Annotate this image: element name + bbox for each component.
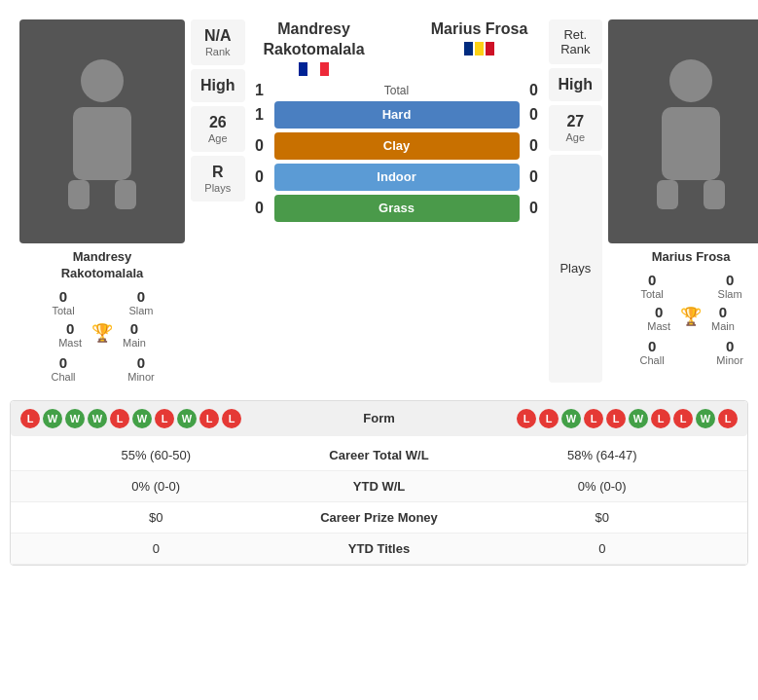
flag-white [309,62,318,76]
left-player-photo [19,19,185,243]
right-slam-label: Slam [718,288,742,300]
left-minor-value: 0 [137,354,145,371]
left-mast-label: Mast [58,337,82,349]
left-stats-grid: 0 Total 0 Slam [19,288,185,316]
right-slam-cell: 0 Slam [696,272,758,300]
form-badge-l: L [517,409,536,428]
form-badge-l: L [155,409,174,428]
hard-right-score: 0 [525,106,543,124]
svg-point-4 [669,59,712,102]
clay-button[interactable]: Clay [274,132,520,160]
grass-button[interactable]: Grass [274,195,520,222]
left-main-cell: 0 Main [123,320,146,349]
left-player-column: Mandresy Rakotomalala 0 Total 0 Slam 0 M… [19,19,185,383]
left-high-box: High [191,69,245,102]
stats-row-2: $0 Career Prize Money $0 [11,502,747,534]
indoor-button[interactable]: Indoor [274,164,520,191]
form-badge-l: L [539,409,559,428]
names-flags-row: Mandresy Rakotomalala Marius Frosa [251,19,543,76]
stats-right-3: 0 [467,541,739,556]
left-mast-value: 0 [66,320,74,337]
top-section: Mandresy Rakotomalala 0 Total 0 Slam 0 M… [10,10,748,392]
svg-rect-5 [662,107,720,180]
total-score-line: 1 Total 0 [251,82,543,99]
right-stats-grid: 0 Total 0 Slam [608,272,758,300]
right-rank-label: Rank [559,42,594,56]
left-total-cell: 0 Total [29,288,97,316]
right-bottom-stats: 0 Chall 0 Minor [608,338,758,366]
right-mast-label: Mast [647,320,670,332]
indoor-right-score: 0 [525,168,543,186]
right-minor-value: 0 [726,338,734,354]
form-badge-l: L [199,409,219,428]
stats-left-2: $0 [20,510,292,525]
ro-flag-blue [464,42,473,55]
hard-button[interactable]: Hard [274,101,520,129]
left-player-heading: Mandresy Rakotomalala [251,19,378,60]
right-total-label: Total [640,288,663,300]
right-total-cell: 0 Total [618,272,686,300]
right-plays-box: Plays [549,155,603,383]
left-rank-label: Rank [200,46,235,57]
svg-rect-2 [68,180,90,209]
form-badge-l: L [718,409,738,428]
right-stats-column: Ret. Rank High 27 Age Plays [549,19,603,383]
left-form-badges: LWWWLWLWLL [20,409,341,428]
svg-point-0 [81,59,124,102]
left-silhouette-icon [54,54,151,209]
right-form-badges: LLWLLWLLWL [418,409,739,428]
right-age-value: 27 [559,113,594,130]
form-badge-l: L [584,409,603,428]
hard-left-score: 1 [251,106,269,124]
right-mast-value: 0 [655,304,663,320]
center-scores-area: Mandresy Rakotomalala Marius Frosa [251,19,543,383]
stats-row-3: 0 YTD Titles 0 [11,534,747,565]
grass-right-score: 0 [525,200,543,217]
svg-rect-1 [73,107,131,180]
form-label: Form [341,411,418,425]
left-trophy-row: 0 Mast 🏆 0 Main [19,320,185,349]
left-flag [299,62,329,76]
stats-row-0: 55% (60-50) Career Total W/L 58% (64-47) [11,440,747,471]
stats-left-3: 0 [20,541,292,556]
total-label: Total [274,84,520,97]
right-chall-value: 0 [648,338,656,354]
right-mast-cell: 0 Mast [647,304,670,332]
left-plays-label: Plays [200,182,235,194]
form-badge-w: W [88,409,107,428]
right-high-box: High [549,68,603,101]
right-trophy-icon: 🏆 [680,306,702,327]
stats-center-1: YTD W/L [292,479,467,494]
right-age-box: 27 Age [549,105,603,151]
left-plays-value: R [200,164,235,181]
ro-flag-red [486,42,494,55]
form-badge-l: L [606,409,626,428]
form-badge-l: L [222,409,241,428]
left-slam-cell: 0 Slam [107,288,175,316]
left-age-value: 26 [200,114,235,131]
right-chall-cell: 0 Chall [618,338,686,366]
left-plays-box: R Plays [191,156,245,202]
right-high-value: High [559,76,594,93]
mid-stats-column: N/A Rank High 26 Age R Plays [191,19,245,383]
right-main-cell: 0 Main [711,304,735,332]
left-minor-cell: 0 Minor [107,354,175,383]
right-age-label: Age [559,131,594,143]
stats-left-1: 0% (0-0) [20,479,292,494]
svg-rect-3 [115,180,136,209]
right-player-column: Marius Frosa 0 Total 0 Slam 0 Mast [608,19,758,383]
left-total-label: Total [52,305,74,316]
left-chall-value: 0 [59,354,67,371]
left-age-box: 26 Age [191,106,245,152]
form-badge-l: L [110,409,129,428]
left-main-value: 0 [130,320,138,337]
form-badge-w: W [629,409,648,428]
stats-center-3: YTD Titles [292,541,467,556]
left-bottom-stats: 0 Chall 0 Minor [19,354,185,383]
stats-center-0: Career Total W/L [292,448,467,462]
right-flag [464,42,494,55]
form-badge-l: L [673,409,693,428]
bottom-section: LWWWLWLWLL Form LLWLLWLLWL 55% (60-50) C… [10,400,748,566]
right-plays-label: Plays [559,261,594,276]
svg-rect-7 [704,180,725,209]
